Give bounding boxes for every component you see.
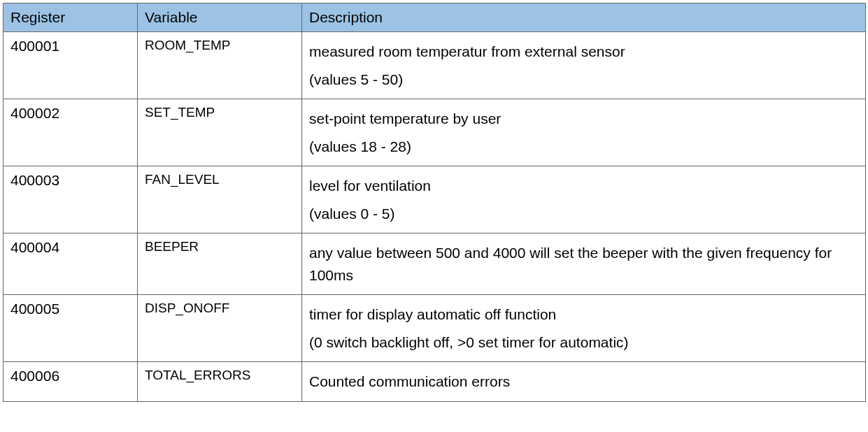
cell-description: timer for display automatic off function… [302, 295, 866, 362]
table-row: 400001 ROOM_TEMP measured room temperatu… [3, 32, 866, 99]
cell-register: 400002 [3, 99, 138, 166]
desc-line: (values 18 - 28) [309, 133, 858, 161]
desc-line: Counted communication errors [309, 368, 858, 396]
table-row: 400005 DISP_ONOFF timer for display auto… [3, 295, 866, 362]
desc-line: level for ventilation [309, 172, 858, 200]
table-header-row: Register Variable Description [3, 3, 866, 32]
header-variable: Variable [138, 3, 302, 32]
register-table: Register Variable Description 400001 ROO… [3, 3, 866, 402]
cell-variable: FAN_LEVEL [138, 166, 302, 233]
cell-variable: BEEPER [138, 233, 302, 295]
cell-register: 400006 [3, 362, 138, 402]
cell-description: Counted communication errors [302, 362, 866, 402]
desc-line: timer for display automatic off function [309, 301, 858, 329]
desc-line: measured room temperatur from external s… [309, 38, 858, 66]
desc-line: (values 0 - 5) [309, 200, 858, 228]
header-description: Description [302, 3, 866, 32]
cell-variable: TOTAL_ERRORS [138, 362, 302, 402]
cell-description: measured room temperatur from external s… [302, 32, 866, 99]
table-row: 400003 FAN_LEVEL level for ventilation (… [3, 166, 866, 233]
header-register: Register [3, 3, 138, 32]
cell-description: level for ventilation (values 0 - 5) [302, 166, 866, 233]
cell-description: any value between 500 and 4000 will set … [302, 233, 866, 295]
cell-register: 400003 [3, 166, 138, 233]
cell-register: 400005 [3, 295, 138, 362]
cell-variable: ROOM_TEMP [138, 32, 302, 99]
cell-variable: SET_TEMP [138, 99, 302, 166]
table-row: 400004 BEEPER any value between 500 and … [3, 233, 866, 295]
desc-line: (0 switch backlight off, >0 set timer fo… [309, 329, 858, 357]
cell-variable: DISP_ONOFF [138, 295, 302, 362]
desc-line: any value between 500 and 4000 will set … [309, 239, 858, 289]
desc-line: (values 5 - 50) [309, 66, 858, 94]
cell-description: set-point temperature by user (values 18… [302, 99, 866, 166]
table-row: 400006 TOTAL_ERRORS Counted communicatio… [3, 362, 866, 402]
cell-register: 400001 [3, 32, 138, 99]
cell-register: 400004 [3, 233, 138, 295]
desc-line: set-point temperature by user [309, 105, 858, 133]
table-row: 400002 SET_TEMP set-point temperature by… [3, 99, 866, 166]
